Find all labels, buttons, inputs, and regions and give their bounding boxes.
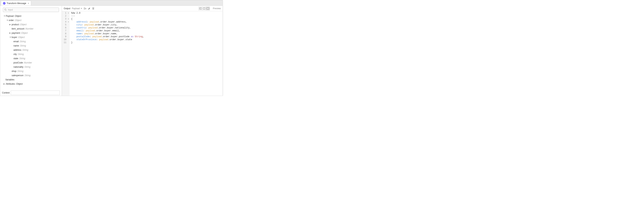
tree-type: Object [21,32,28,34]
transform-message-panel: Transform Message × ▼ Payload : Object ▼ [0,0,223,96]
metadata-tree: ▼ Payload : Object ▼ order : Object ▶ pr… [0,14,62,90]
tree-type: String [25,74,30,77]
line-number: 4 [64,21,66,23]
tree-type: String [18,70,24,72]
tree-type: Object [18,36,25,39]
tab-bar: Transform Message × [0,0,222,6]
tree-type: String [20,44,26,47]
tree-node-salesperson[interactable]: salesperson : String [2,73,60,77]
tree-node-nationality[interactable]: nationality : String [2,65,60,69]
tree-label: state : [14,57,20,60]
tree-node-name[interactable]: name : String [2,44,60,48]
edit-icon[interactable] [88,7,90,10]
code-content[interactable]: %dw 2.0---{ address1: payload.order.buye… [70,11,146,96]
tree-label: buyer : [12,36,18,39]
fold-icon[interactable]: ⊖ [67,21,70,23]
line-number: 2 [64,15,66,18]
code-line: %dw 2.0 [71,12,144,15]
tree-type: Object [16,83,23,85]
chevron-down-icon: ▼ [6,19,8,21]
tree-type: String [20,57,25,60]
close-icon[interactable]: × [28,2,29,5]
line-number: 11 [64,41,66,44]
code-line: } [71,41,144,44]
code-editor[interactable]: 1 2 3 4 5 6 7 8 9 10 11 ⊖ ⊖ ⊖ [62,11,222,96]
output-label: Output [64,7,70,10]
tree-label: address : [14,49,22,51]
svg-rect-8 [92,7,94,8]
tree-label: Attributes : [6,83,16,85]
search-input[interactable] [3,8,59,12]
tree-node-payload[interactable]: ▼ Payload : Object [2,14,60,18]
tab-title: Transform Message [7,2,26,5]
tree-node-email[interactable]: email : String [2,39,60,44]
search-box [3,8,59,12]
view-tree-button[interactable] [199,7,202,10]
tree-label: name : [14,44,20,47]
chevron-right-icon: ▶ [10,23,11,26]
add-transform-icon[interactable] [84,7,86,10]
chevron-right-icon: ▶ [4,83,5,85]
tree-node-postcode[interactable]: postCode : Number [2,60,60,65]
tab-transform-message[interactable]: Transform Message × [1,1,31,6]
tree-label: postCode : [14,61,24,64]
tree-label: nationality : [14,66,25,68]
tree-label: shop : [12,70,18,72]
tree-node-city[interactable]: city : String [2,52,60,56]
view-toggle [198,7,210,10]
tree-node-order[interactable]: ▼ order : Object [2,18,60,22]
main-area: ▼ Payload : Object ▼ order : Object ▶ pr… [0,6,222,96]
fold-gutter: ⊖ ⊖ ⊖ [67,11,70,96]
line-number: 5 [64,23,66,26]
trash-icon[interactable] [92,7,94,10]
line-gutter: 1 2 3 4 5 6 7 8 9 10 11 [62,11,67,96]
tree-type: Object [20,23,27,26]
line-number: 8 [64,32,66,35]
code-line: email: payload.order.buyer.email, [71,29,144,32]
tree-label: order : [9,19,15,22]
tree-label: product : [12,23,20,26]
code-line: name: payload.order.buyer.name, [71,32,144,35]
tree-node-payment[interactable]: ▶ payment : Object [2,31,60,35]
payload-dropdown-label: Payload [72,7,80,10]
line-number: 3 [64,18,66,21]
view-split-button[interactable] [202,7,206,10]
chevron-down-icon: ▼ [10,36,11,38]
tree-label: item_amount : [12,28,26,30]
code-line: postalCode: payload.order.buyer.postCode… [71,35,144,38]
fold-icon[interactable]: ⊖ [67,18,70,21]
code-line: city: payload.order.buyer.city, [71,23,144,26]
tree-type: Object [15,19,22,22]
tree-node-variables[interactable]: Variables [2,77,60,82]
chevron-down-icon: ▼ [80,8,82,10]
line-number: 1 [64,12,66,15]
tree-node-attributes[interactable]: ▶ Attributes : Object [2,82,60,86]
tree-node-address[interactable]: address : String [2,48,60,52]
tree-node-state[interactable]: state : String [2,56,60,60]
preview-button[interactable]: Preview [213,7,221,10]
view-source-button[interactable] [206,7,210,10]
chevron-down-icon: ▼ [4,15,5,17]
fold-icon[interactable]: ⊖ [67,12,70,15]
svg-line-1 [6,10,6,11]
tree-node-shop[interactable]: shop : String [2,69,60,73]
code-line: { [71,18,144,21]
tree-type: String [22,49,28,51]
context-input[interactable] [11,90,60,95]
line-number: 10 [64,38,66,41]
tree-node-item-amount[interactable]: item_amount : Number [2,27,60,31]
output-toolbar: Output Payload ▼ [62,6,222,11]
context-label: Context [2,91,10,94]
svg-point-0 [4,9,6,10]
output-panel: Output Payload ▼ [62,6,222,96]
tree-label: email : [14,40,20,43]
payload-dropdown[interactable]: Payload ▼ [72,7,82,10]
tree-label: Payload : [6,15,15,17]
tree-label: city : [14,53,18,56]
chevron-right-icon: ▶ [10,32,11,34]
tree-type: Object [15,15,21,17]
input-panel: ▼ Payload : Object ▼ order : Object ▶ pr… [0,6,62,96]
tree-type: String [18,53,24,56]
tree-node-product[interactable]: ▶ product : Object [2,22,60,27]
tree-node-buyer[interactable]: ▼ buyer : Object [2,35,60,39]
